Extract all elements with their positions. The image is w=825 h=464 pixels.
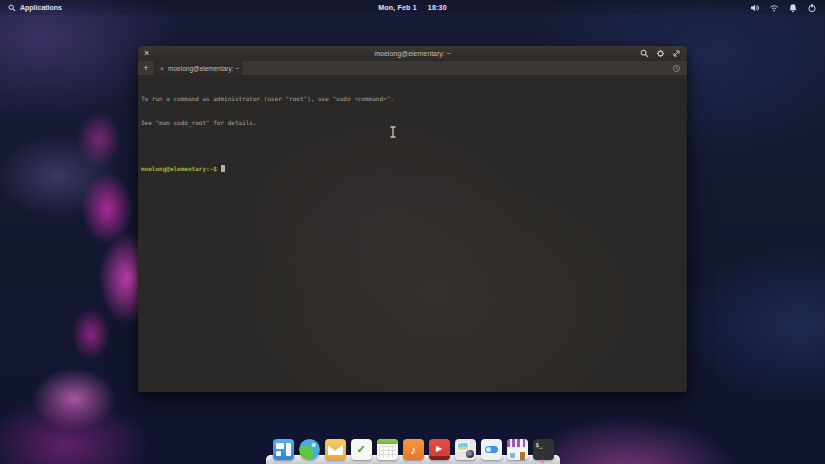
terminal-prompt: moelong@elementary:~$ xyxy=(141,165,217,172)
storefront-door-shape xyxy=(520,452,525,460)
play-icon: ▶ xyxy=(429,439,450,458)
dock-item-calendar[interactable] xyxy=(377,439,398,460)
terminal-content[interactable]: To run a command as administrator (user … xyxy=(138,75,687,392)
applications-menu[interactable]: Applications xyxy=(8,4,62,12)
dock-item-tasks[interactable]: ✓ xyxy=(351,439,372,460)
datetime-indicator[interactable]: Mon, Feb 118:30 xyxy=(0,4,825,11)
toggle-knob-shape xyxy=(486,447,491,452)
dock-icons: ✓ ♪ ▶ $_ xyxy=(266,439,560,460)
storefront-awning-shape xyxy=(507,439,528,447)
tab-close-icon[interactable]: × xyxy=(160,65,164,72)
new-tab-plus-icon[interactable]: + xyxy=(138,61,154,75)
terminal-blank-line xyxy=(141,143,684,149)
ibeam-pointer xyxy=(389,126,397,138)
history-clock-icon[interactable] xyxy=(672,61,687,75)
window-titlebar[interactable]: × moelong@elementary: ~ xyxy=(138,46,687,61)
settings-gear-icon[interactable] xyxy=(656,49,665,58)
dock-item-videos[interactable]: ▶ xyxy=(429,439,450,460)
top-panel: Applications Mon, Feb 118:30 xyxy=(0,0,825,15)
dock-item-multitasking[interactable] xyxy=(273,439,294,460)
titlebar-actions xyxy=(640,49,681,58)
music-note-icon: ♪ xyxy=(403,439,424,460)
dock-item-photos[interactable] xyxy=(455,439,476,460)
panel-time: 18:30 xyxy=(428,4,447,11)
camera-lens-icon xyxy=(466,450,474,458)
calendar-header-shape xyxy=(377,439,398,444)
envelope-icon xyxy=(328,445,343,455)
terminal-prompt-line: moelong@elementary:~$ xyxy=(141,165,684,173)
fullscreen-icon[interactable] xyxy=(672,49,681,58)
running-indicator xyxy=(541,460,544,463)
applications-label: Applications xyxy=(20,4,62,11)
dock-item-web-browser[interactable] xyxy=(299,439,320,460)
tab-active[interactable]: × moelong@elementary: ~ xyxy=(154,61,242,75)
desktop: Applications Mon, Feb 118:30 xyxy=(0,0,825,464)
wifi-icon[interactable] xyxy=(769,3,779,13)
calendar-grid-shape xyxy=(379,446,396,458)
storefront-window-shape xyxy=(510,453,515,458)
terminal-prompt-icon: $_ xyxy=(536,441,543,448)
terminal-window: × moelong@elementary: ~ xyxy=(138,46,687,392)
search-icon xyxy=(8,4,16,12)
dock-item-system-settings[interactable] xyxy=(481,439,502,460)
dock-item-mail[interactable] xyxy=(325,439,346,460)
dock-item-terminal[interactable]: $_ xyxy=(533,439,554,460)
toggle-switch-icon xyxy=(485,446,498,453)
search-icon[interactable] xyxy=(640,49,649,58)
window-close-icon[interactable]: × xyxy=(144,49,149,58)
panel-indicators xyxy=(750,3,817,13)
window-tile-shape xyxy=(276,451,281,456)
tab-bar: + × moelong@elementary: ~ xyxy=(138,61,687,75)
terminal-cursor xyxy=(221,165,225,172)
dock-item-appcenter[interactable] xyxy=(507,439,528,460)
volume-icon[interactable] xyxy=(750,3,760,13)
dock-item-music[interactable]: ♪ xyxy=(403,439,424,460)
notifications-bell-icon[interactable] xyxy=(788,3,798,13)
panel-date: Mon, Feb 1 xyxy=(378,4,417,11)
window-tile-shape xyxy=(276,443,284,449)
window-tile-shape xyxy=(286,443,291,456)
window-title: moelong@elementary: ~ xyxy=(138,50,687,57)
terminal-output-line: To run a command as administrator (user … xyxy=(141,95,684,103)
terminal-output-line: See "man sudo_root" for details. xyxy=(141,119,684,127)
power-icon[interactable] xyxy=(807,3,817,13)
tab-title: moelong@elementary: ~ xyxy=(168,65,239,72)
checkmark-icon: ✓ xyxy=(351,439,372,460)
